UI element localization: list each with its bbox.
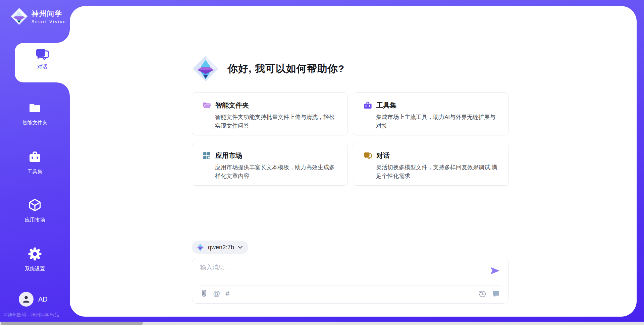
model-logo-icon [196,243,205,252]
briefcase-icon [363,101,372,110]
sidebar-item-label: 系统设置 [0,266,70,272]
apps-grid-icon [202,151,211,160]
send-icon [490,266,499,275]
person-icon [21,294,31,304]
card-description: 智能文件夹功能支持批量文件上传与清洗，轻松实现文件问答 [215,113,339,130]
brand-subtitle: Smart Vision [32,19,66,24]
paperclip-icon [200,289,208,298]
card-title: 工具集 [376,101,396,110]
sidebar-item-label: 对话 [15,64,70,70]
composer-tools-left: @ # [200,289,229,298]
composer-tools-right [478,290,500,298]
card-description: 灵活切换多模型文件，支持多样回复效果调试,满足个性化需求 [376,163,500,181]
brand: 神州问学 Smart Vision [10,7,66,25]
brand-name: 神州问学 [32,9,66,18]
topic-button[interactable]: # [225,289,229,298]
sidebar-item-chat[interactable]: 对话 [15,43,70,82]
sidebar-item-folders[interactable]: 智能文件夹 [0,101,70,126]
user-profile[interactable]: AD [19,292,48,307]
feature-cards: 智能文件夹 智能文件夹功能支持批量文件上传与清洗，轻松实现文件问答 工具集 集成… [192,92,508,186]
gear-icon [28,247,42,261]
mention-button[interactable]: @ [213,289,220,298]
model-selector[interactable]: qwen2:7b [192,241,248,254]
chat-bubbles-icon [363,151,372,160]
horizontal-scrollbar-thumb[interactable] [1,322,143,325]
chevron-down-icon [237,246,243,249]
model-name: qwen2:7b [208,244,234,251]
send-button[interactable] [490,266,499,277]
hero: 你好, 我可以如何帮助你? [192,55,344,82]
folder-icon [28,101,42,115]
card-title: 应用市场 [215,151,242,160]
sidebar-item-label: 智能文件夹 [0,120,70,126]
folder-open-icon [202,101,211,110]
card-title: 对话 [376,151,390,160]
feedback-button[interactable] [492,290,500,298]
horizontal-scrollbar-track [0,322,644,325]
chat-bubble-icon [492,290,500,298]
cube-icon [28,198,42,212]
sidebar-item-settings[interactable]: 系统设置 [0,247,70,272]
sidebar: 神州问学 Smart Vision 对话 [0,0,70,325]
history-icon [478,290,486,298]
card-smart-folder[interactable]: 智能文件夹 智能文件夹功能支持批量文件上传与清洗，轻松实现文件问答 [192,92,347,135]
sidebar-item-label: 工具集 [0,169,70,175]
composer-divider [199,285,501,285]
greeting-title: 你好, 我可以如何帮助你? [228,62,344,76]
assistant-logo-icon [192,55,219,82]
briefcase-icon [28,149,42,164]
message-input[interactable] [200,263,482,282]
card-title: 智能文件夹 [215,101,249,110]
sidebar-item-tools[interactable]: 工具集 [0,149,70,175]
card-app-market[interactable]: 应用市场 应用市场提供丰富长文本模板，助力高效生成多样化文章内容 [192,143,347,186]
message-composer: @ # [192,258,508,304]
brand-logo-icon [10,7,28,25]
attach-button[interactable] [200,289,208,298]
card-description: 应用市场提供丰富长文本模板，助力高效生成多样化文章内容 [215,163,339,181]
user-initials: AD [38,296,48,303]
card-toolset[interactable]: 工具集 集成市场上主流工具，助力AI与外界无缝扩展与对接 [353,92,508,135]
copyright-footer: ©神州数码 · 神州问学出品 [4,312,70,318]
sidebar-item-market[interactable]: 应用市场 [0,198,70,223]
chat-icon [35,47,50,62]
sidebar-item-label: 应用市场 [0,217,70,223]
avatar [19,292,34,307]
history-button[interactable] [478,290,486,298]
card-description: 集成市场上主流工具，助力AI与外界无缝扩展与对接 [376,113,500,130]
card-chat[interactable]: 对话 灵活切换多模型文件，支持多样回复效果调试,满足个性化需求 [353,143,508,186]
